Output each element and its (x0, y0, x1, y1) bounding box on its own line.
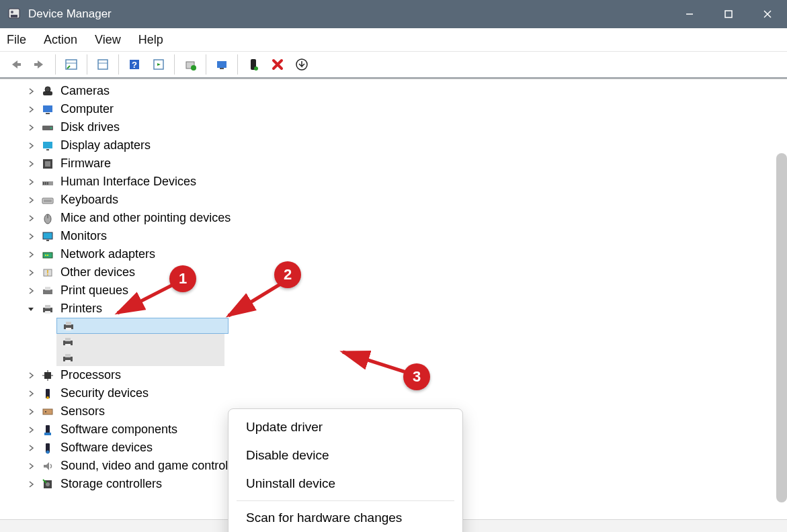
tree-item-label: Keyboards (60, 193, 118, 207)
tree-item-mice-and-other-pointing-devices[interactable]: Mice and other pointing devices (4, 209, 775, 227)
printer-child[interactable] (56, 350, 224, 366)
minimize-button[interactable] (670, 0, 709, 28)
tree-item-disk-drives[interactable]: Disk drives (4, 118, 775, 136)
other-icon: ! (40, 265, 55, 280)
svg-text:!: ! (46, 269, 48, 277)
chevron-right-icon[interactable] (26, 445, 36, 451)
chevron-right-icon[interactable] (26, 287, 36, 294)
chevron-right-icon[interactable] (26, 197, 36, 204)
svg-point-2 (11, 11, 13, 13)
menu-uninstall-device[interactable]: Uninstall device (229, 470, 462, 498)
tree-item-firmware[interactable]: Firmware (4, 154, 775, 173)
swcomp-icon (40, 423, 55, 437)
tree-item-label: Cameras (60, 84, 110, 98)
svg-rect-1 (11, 15, 17, 17)
show-hidden-icon[interactable] (60, 54, 83, 75)
chevron-right-icon[interactable] (26, 88, 36, 95)
menu-disable-device[interactable]: Disable device (229, 441, 462, 470)
svg-rect-35 (45, 182, 46, 185)
maximize-button[interactable] (709, 0, 748, 28)
printer-child-selected[interactable] (56, 318, 229, 334)
menu-action[interactable]: Action (44, 33, 77, 47)
chevron-right-icon[interactable] (26, 233, 36, 240)
tree-item-keyboards[interactable]: Keyboards (4, 191, 775, 209)
title-bar: Device Manager (0, 0, 787, 28)
printq-icon (40, 283, 55, 298)
annotation-badge-3: 3 (403, 363, 430, 390)
printer-child[interactable] (56, 334, 224, 350)
help-icon[interactable]: ? (123, 54, 146, 75)
svg-rect-26 (46, 113, 50, 114)
tree-item-computer[interactable]: Computer (4, 100, 775, 118)
forward-button[interactable] (28, 54, 51, 75)
tree-item-security-devices[interactable]: Security devices (4, 384, 775, 402)
svg-point-46 (47, 255, 48, 256)
menu-file[interactable]: File (7, 33, 26, 47)
back-button[interactable] (4, 54, 27, 75)
tree-item-label: Display adapters (60, 138, 151, 152)
tree-item-label: Other devices (60, 265, 135, 279)
svg-rect-62 (65, 360, 71, 363)
tree-item-label: Sound, video and game controllers (60, 459, 247, 473)
menu-scan-hardware[interactable]: Scan for hardware changes (229, 504, 462, 532)
update-driver-icon[interactable] (179, 54, 202, 75)
tree-item-other-devices[interactable]: !Other devices (4, 263, 775, 281)
display-icon (40, 138, 55, 153)
tree-item-label: Processors (60, 368, 121, 382)
swdev-icon (40, 441, 55, 455)
chevron-right-icon[interactable] (26, 251, 36, 258)
tree-item-print-queues[interactable]: Print queues (4, 281, 775, 300)
svg-rect-25 (43, 105, 52, 112)
chevron-right-icon[interactable] (26, 106, 36, 113)
action-panel-icon[interactable] (147, 54, 170, 75)
tree-item-display-adapters[interactable]: Display adapters (4, 136, 775, 154)
tree-item-printers[interactable]: Printers (4, 300, 775, 318)
chevron-right-icon[interactable] (26, 372, 36, 379)
tree-item-label: Computer (60, 102, 114, 116)
tree-item-network-adapters[interactable]: Network adapters (4, 245, 775, 263)
close-button[interactable] (748, 0, 787, 28)
vertical-scrollbar[interactable] (776, 153, 787, 502)
uninstall-device-icon[interactable] (266, 54, 289, 75)
chevron-right-icon[interactable] (26, 481, 36, 488)
printer-icon (40, 302, 55, 316)
chevron-right-icon[interactable] (26, 463, 36, 470)
scan-hardware-icon[interactable] (210, 54, 233, 75)
chevron-right-icon[interactable] (26, 142, 36, 149)
menu-update-driver[interactable]: Update driver (229, 413, 462, 441)
svg-rect-61 (65, 354, 71, 357)
tree-item-processors[interactable]: Processors (4, 366, 775, 384)
hid-icon (40, 175, 55, 189)
menu-help[interactable]: Help (138, 33, 163, 47)
svg-point-69 (46, 396, 49, 399)
svg-rect-63 (44, 372, 51, 379)
security-icon (40, 386, 55, 401)
tree-item-cameras[interactable]: Cameras (4, 82, 775, 100)
tree-item-label: Software components (60, 423, 177, 437)
chevron-right-icon[interactable] (26, 269, 36, 276)
svg-rect-52 (45, 305, 50, 308)
scan-changes-icon[interactable] (290, 54, 313, 75)
svg-point-21 (254, 66, 258, 71)
chevron-down-icon[interactable] (26, 306, 36, 312)
enable-device-icon[interactable] (242, 54, 265, 75)
svg-text:?: ? (132, 60, 137, 70)
printer-icon (60, 351, 75, 365)
tree-item-human-interface-devices[interactable]: Human Interface Devices (4, 173, 775, 191)
chevron-right-icon[interactable] (26, 161, 36, 167)
chevron-right-icon[interactable] (26, 124, 36, 131)
chevron-right-icon[interactable] (26, 408, 36, 415)
chevron-right-icon[interactable] (26, 427, 36, 433)
menu-view[interactable]: View (95, 33, 121, 47)
chevron-right-icon[interactable] (26, 215, 36, 222)
svg-point-28 (50, 127, 52, 129)
chevron-right-icon[interactable] (26, 390, 36, 397)
network-icon (40, 247, 55, 262)
svg-rect-70 (43, 409, 52, 414)
svg-point-71 (45, 411, 46, 412)
svg-rect-56 (66, 328, 71, 330)
properties-icon[interactable] (91, 54, 114, 75)
chevron-right-icon[interactable] (26, 179, 36, 185)
svg-rect-8 (34, 63, 38, 66)
tree-item-monitors[interactable]: Monitors (4, 227, 775, 245)
